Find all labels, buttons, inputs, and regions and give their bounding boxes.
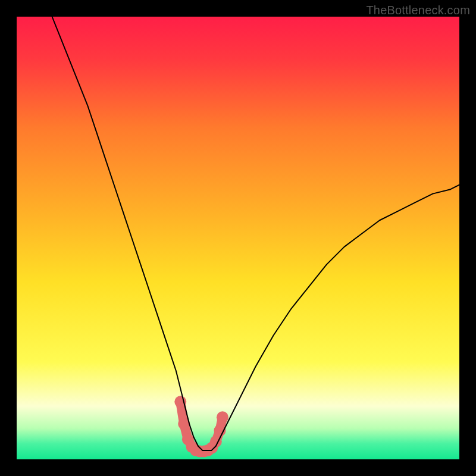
- valley-highlight-dot: [217, 411, 228, 423]
- plot-area: [17, 17, 459, 459]
- chart-svg: [17, 17, 459, 459]
- watermark-text: TheBottleneck.com: [366, 4, 470, 17]
- chart-outer-frame: TheBottleneck.com: [0, 0, 476, 476]
- gradient-background: [17, 17, 459, 459]
